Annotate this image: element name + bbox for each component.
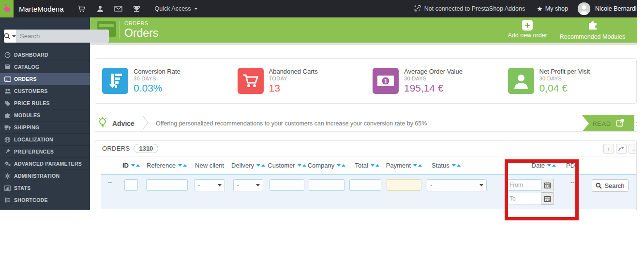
kpi-period: 30 DAYS bbox=[404, 76, 463, 81]
sort-icons[interactable] bbox=[413, 164, 422, 167]
sidebar-item-modules[interactable]: MODULES bbox=[0, 109, 90, 122]
sort-icons[interactable] bbox=[337, 164, 345, 167]
sidebar-item-localization[interactable]: LOCALIZATION bbox=[0, 134, 90, 146]
column-total[interactable]: Total bbox=[346, 162, 384, 169]
my-shop-link[interactable]: ★ My shop bbox=[537, 5, 568, 13]
sort-icons[interactable] bbox=[178, 164, 187, 167]
sidebar-item-dashboard[interactable]: DASHBOARD bbox=[0, 49, 90, 61]
page-title-block: ORDERS Orders bbox=[124, 20, 158, 40]
add-new-order-button[interactable]: + Add new order bbox=[508, 20, 547, 39]
sort-desc-icon bbox=[371, 164, 374, 167]
calendar-icon bbox=[544, 196, 551, 202]
id-filter-input[interactable] bbox=[124, 179, 138, 191]
puzzle-icon bbox=[4, 112, 11, 119]
company-filter-input[interactable] bbox=[309, 179, 344, 191]
column-new-client: New client bbox=[190, 162, 229, 169]
recommended-modules-button[interactable]: Recommended Modules bbox=[560, 20, 626, 40]
kpi-abandoned-carts: Abandoned Carts TODAY 13 bbox=[231, 59, 366, 103]
breadcrumb: ORDERS bbox=[124, 20, 158, 26]
lightbulb-icon bbox=[98, 116, 107, 131]
addons-status[interactable]: Not connected to PrestaShop Addons bbox=[414, 4, 525, 14]
sidebar-item-shipping[interactable]: SHIPPING bbox=[0, 122, 90, 134]
caret-down-icon bbox=[256, 184, 260, 186]
sidebar-search-button[interactable] bbox=[4, 30, 16, 43]
export-arrow-icon bbox=[618, 146, 625, 152]
envelope-icon[interactable] bbox=[109, 6, 128, 12]
sidebar-item-stats[interactable]: STATS bbox=[0, 182, 90, 194]
reference-filter-input[interactable] bbox=[146, 179, 188, 191]
calendar-button[interactable] bbox=[541, 179, 554, 191]
search-icon bbox=[596, 183, 602, 189]
sidebar-item-price-rules[interactable]: PRICE RULES bbox=[0, 97, 90, 109]
column-delivery[interactable]: Delivery bbox=[229, 162, 267, 169]
divider bbox=[119, 21, 120, 39]
sort-icons[interactable] bbox=[298, 164, 306, 167]
sort-icons[interactable] bbox=[256, 164, 265, 167]
search-button[interactable]: Search bbox=[592, 179, 629, 192]
user-icon[interactable] bbox=[91, 5, 109, 13]
column-pdf: PDF bbox=[561, 162, 584, 169]
sidebar-item-catalog[interactable]: CATALOG bbox=[0, 61, 90, 73]
user-name[interactable]: Nicole Bernardin bbox=[595, 5, 637, 12]
hand-pointer-icon bbox=[3, 3, 11, 14]
column-status[interactable]: Status bbox=[424, 162, 489, 169]
sidebar-item-orders[interactable]: ORDERS bbox=[0, 73, 90, 85]
orders-table-header: ID Reference New client Delivery Custome… bbox=[101, 156, 636, 175]
filter-delivery: - bbox=[229, 175, 267, 209]
delivery-filter-select[interactable]: - bbox=[233, 179, 263, 191]
prestashop-admin: MarteModena Quick Access Not connected t… bbox=[0, 0, 644, 263]
sidebar-item-administration[interactable]: ADMINISTRATION bbox=[0, 170, 90, 182]
cart-icon[interactable] bbox=[73, 5, 91, 13]
export-button[interactable] bbox=[616, 144, 627, 154]
top-bar: MarteModena Quick Access Not connected t… bbox=[0, 0, 637, 17]
kpi-title: Net Profit per Visit bbox=[539, 68, 590, 75]
sidebar-search-input[interactable] bbox=[16, 30, 109, 43]
kpi-average-order-value: 1 Average Order Value 30 DAYS 195,14 € bbox=[366, 59, 501, 103]
customer-filter-input[interactable] bbox=[270, 179, 304, 191]
date-from-input[interactable] bbox=[507, 179, 541, 191]
puzzle-icon bbox=[587, 20, 599, 32]
settings-button[interactable]: ≡ bbox=[629, 144, 637, 154]
column-id[interactable]: ID bbox=[119, 162, 144, 169]
sidebar-item-preferences[interactable]: PREFERENCES bbox=[0, 146, 90, 158]
new-client-filter-select[interactable]: - bbox=[194, 179, 225, 191]
chevron-right-icon bbox=[142, 115, 149, 132]
sort-asc-icon bbox=[552, 164, 556, 167]
kpi-period: 30 DAYS bbox=[134, 76, 180, 81]
sort-icons[interactable] bbox=[131, 164, 140, 167]
payment-filter-input[interactable] bbox=[387, 179, 421, 191]
status-filter-select[interactable]: - bbox=[427, 179, 487, 191]
kpi-title: Conversion Rate bbox=[134, 68, 180, 75]
gear-icon bbox=[4, 173, 11, 179]
sidebar-item-customers[interactable]: CUSTOMERS bbox=[0, 85, 90, 97]
hand-logo[interactable] bbox=[0, 0, 14, 17]
calendar-button[interactable] bbox=[541, 192, 554, 205]
column-company[interactable]: Company bbox=[307, 162, 346, 169]
kpi-period: TODAY bbox=[269, 76, 318, 81]
trophy-icon[interactable] bbox=[128, 5, 146, 12]
svg-text:1: 1 bbox=[384, 77, 387, 85]
column-payment[interactable]: Payment bbox=[384, 162, 424, 169]
user-avatar[interactable] bbox=[578, 2, 590, 15]
sort-icons[interactable] bbox=[452, 164, 461, 167]
sidebar-item-advanced-parameters[interactable]: ADVANCED PARAMETERS bbox=[0, 158, 90, 170]
sort-icons[interactable] bbox=[547, 164, 556, 167]
sidebar-item-shortcode[interactable]: SHORTCODE bbox=[0, 194, 90, 206]
add-button[interactable]: + bbox=[603, 144, 614, 154]
column-reference[interactable]: Reference bbox=[144, 162, 190, 169]
sort-asc-icon bbox=[183, 164, 187, 167]
kpi-panel: Conversion Rate 30 DAYS 0.03% Abandoned … bbox=[95, 58, 637, 104]
read-button[interactable]: READ bbox=[582, 115, 634, 132]
filter-new-client: - bbox=[190, 175, 229, 209]
orders-panel: ORDERS 1310 + ≡ ID Reference New cl bbox=[95, 140, 637, 210]
wrench-icon bbox=[4, 149, 11, 155]
total-filter-input[interactable] bbox=[349, 179, 381, 191]
date-to-input[interactable] bbox=[507, 193, 541, 204]
sort-desc-icon bbox=[547, 164, 551, 167]
column-date[interactable]: Date bbox=[489, 162, 561, 169]
column-customer[interactable]: Customer bbox=[267, 162, 307, 169]
quick-access-menu[interactable]: Quick Access bbox=[155, 5, 198, 12]
sort-icons[interactable] bbox=[371, 164, 379, 167]
kpi-net-profit-per-visit: Net Profit per Visit 30 DAYS 0,04 € bbox=[501, 59, 637, 103]
next-advice-chevron[interactable]: › bbox=[636, 119, 637, 128]
